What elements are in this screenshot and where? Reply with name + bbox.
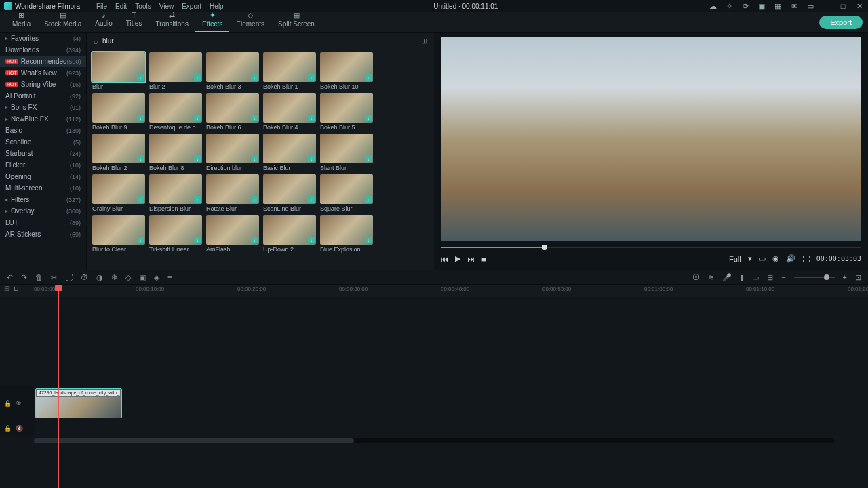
download-icon[interactable]: ↓ [365, 196, 372, 203]
crop-icon[interactable]: ⛶ [65, 273, 73, 281]
download-icon[interactable]: ↓ [194, 74, 201, 81]
effect-thumb[interactable]: ↓Bokeh Blur 6 [206, 93, 259, 131]
tab-media[interactable]: ⊞Media [5, 9, 37, 32]
sidebar-item-flicker[interactable]: Flicker(18) [0, 159, 86, 171]
prev-frame-button[interactable]: ⏮ [441, 255, 448, 263]
sidebar-item-multi-screen[interactable]: Multi-screen(10) [0, 182, 86, 194]
effect-thumb[interactable]: ↓Basic Blur [263, 134, 316, 171]
sidebar-item-scanline[interactable]: Scanline(5) [0, 136, 86, 148]
zoom-slider[interactable] [794, 277, 835, 278]
sidebar-item-ar-stickers[interactable]: AR Stickers(69) [0, 228, 86, 240]
cut-icon[interactable]: ✂ [51, 273, 57, 282]
menu-edit[interactable]: Edit [115, 3, 127, 10]
effect-thumb[interactable]: ↓Desenfoque de bokeh... [149, 93, 202, 131]
sidebar-item-overlay[interactable]: ▸Overlay(360) [0, 205, 86, 217]
download-icon[interactable]: ↓ [365, 74, 372, 81]
menu-file[interactable]: File [96, 3, 107, 10]
sidebar-item-boris-fx[interactable]: ▸Boris FX(91) [0, 102, 86, 113]
download-icon[interactable]: ↓ [365, 155, 372, 162]
lock-icon[interactable]: 🔒 [4, 425, 12, 432]
color-icon[interactable]: ◑ [96, 273, 103, 282]
sidebar-item-filters[interactable]: ▸Filters(327) [0, 194, 86, 205]
snap-icon[interactable]: ⊟ [767, 273, 773, 282]
lock-icon[interactable]: 🔒 [4, 400, 12, 407]
chevron-down-icon[interactable]: ▾ [748, 254, 752, 263]
quality-select[interactable]: Full [729, 255, 741, 263]
track-icon[interactable]: ▭ [752, 273, 759, 282]
mail-icon[interactable]: ✉ [789, 1, 799, 11]
tab-titles[interactable]: TTitles [119, 9, 149, 32]
marker-add-icon[interactable]: ▮ [740, 273, 744, 282]
effect-thumb[interactable]: ↓Bokeh Blur 8 [149, 134, 202, 171]
sidebar-item-recommended[interactable]: HOTRecommended(500) [0, 56, 86, 67]
record-icon[interactable]: ⦿ [692, 273, 700, 281]
download-icon[interactable]: ↓ [194, 115, 201, 121]
timeline-clip[interactable]: 47295_landscape_of_rome_city_with_river [35, 388, 122, 418]
download-icon[interactable]: ↓ [194, 155, 201, 162]
effect-thumb[interactable]: ↓Bokeh Blur 1 [263, 52, 316, 90]
preview-canvas[interactable] [441, 37, 861, 241]
help-icon[interactable]: ▭ [806, 1, 815, 11]
effect-thumb[interactable]: ↓Tilt-shift Linear [149, 215, 202, 253]
effect-thumb[interactable]: ↓Blur 2 [149, 52, 202, 90]
sidebar-item-starburst[interactable]: Starburst(24) [0, 148, 86, 159]
effect-thumb[interactable]: ↓Dispersion Blur [149, 174, 202, 212]
sidebar-item-favorites[interactable]: ▸Favorites(4) [0, 33, 86, 44]
tab-elements[interactable]: ◇Elements [229, 9, 271, 32]
download-icon[interactable]: ↓ [308, 155, 315, 162]
sidebar-item-ai-portrait[interactable]: AI Portrait(92) [0, 90, 86, 102]
effect-thumb[interactable]: ↓Blur to Clear [92, 215, 145, 253]
download-icon[interactable]: ↓ [365, 237, 372, 243]
download-icon[interactable]: ↓ [137, 115, 144, 121]
sidebar-item-newblue-fx[interactable]: ▸NewBlue FX(112) [0, 113, 86, 125]
download-icon[interactable]: ↓ [251, 155, 258, 162]
effect-thumb[interactable]: ↓Bokeh Blur 9 [92, 93, 145, 131]
download-icon[interactable]: ↓ [251, 196, 258, 203]
mic-icon[interactable]: 🎤 [722, 273, 732, 282]
mute-icon[interactable]: 🔇 [16, 425, 23, 432]
effect-thumb[interactable]: ↓Bokeh Blur 2 [92, 134, 145, 171]
grid-icon[interactable]: ▦ [773, 1, 783, 11]
download-icon[interactable]: ↓ [308, 196, 315, 203]
effect-thumb[interactable]: ↓ScanLine Blur [263, 174, 316, 212]
download-icon[interactable]: ↓ [137, 237, 144, 243]
display-icon[interactable]: ▭ [759, 254, 766, 263]
snapshot-icon[interactable]: ◉ [772, 254, 779, 263]
menu-export[interactable]: Export [182, 3, 201, 10]
close-icon[interactable]: ✕ [854, 1, 864, 11]
stop-button[interactable]: ■ [481, 255, 486, 263]
green-icon[interactable]: ▣ [139, 273, 146, 282]
tab-split-screen[interactable]: ▦Split Screen [271, 9, 321, 32]
tab-audio[interactable]: ♪Audio [88, 9, 119, 32]
volume-icon[interactable]: 🔊 [786, 254, 795, 263]
play-button[interactable]: ▶ [455, 254, 460, 263]
next-frame-button[interactable]: ⏭ [467, 255, 475, 263]
download-icon[interactable]: ↓ [137, 74, 144, 81]
undo-icon[interactable]: ↶ [7, 273, 13, 282]
effect-thumb[interactable]: ↓Direction blur [206, 134, 259, 171]
menu-tools[interactable]: Tools [135, 3, 151, 10]
timeline-scrollbar[interactable] [34, 438, 834, 443]
freeze-icon[interactable]: ❄ [111, 273, 117, 282]
preview-scrubber[interactable] [441, 243, 861, 251]
sidebar-item-opening[interactable]: Opening(14) [0, 171, 86, 182]
timeline-ruler[interactable]: ⊞ ⊔ 00:00:00:0000:00:10:0000:00:20:0000:… [0, 285, 868, 297]
effect-thumb[interactable]: ↓AmFlash [206, 215, 259, 253]
download-icon[interactable]: ↓ [365, 115, 372, 121]
tab-effects[interactable]: ✦Effects [195, 9, 229, 32]
download-icon[interactable]: ↓ [194, 237, 201, 243]
sidebar-item-downloads[interactable]: Downloads(394) [0, 44, 86, 56]
view-grid-icon[interactable]: ⊞ [421, 37, 427, 45]
keyframe-icon[interactable]: ◇ [125, 273, 131, 282]
menu-view[interactable]: View [159, 3, 174, 10]
download-icon[interactable]: ↓ [251, 237, 258, 243]
effect-thumb[interactable]: ↓Bokeh Blur 10 [320, 52, 373, 90]
mark-icon[interactable]: ◈ [154, 273, 159, 282]
more-icon[interactable]: ≡ [167, 273, 172, 281]
download-icon[interactable]: ↓ [137, 196, 144, 203]
redo-icon[interactable]: ↷ [21, 273, 27, 282]
sidebar-item-what-s-new[interactable]: HOTWhat's New(923) [0, 67, 86, 79]
maximize-icon[interactable]: □ [838, 1, 848, 11]
download-icon[interactable]: ↓ [308, 237, 315, 243]
speed-icon[interactable]: ⏱ [81, 273, 88, 281]
